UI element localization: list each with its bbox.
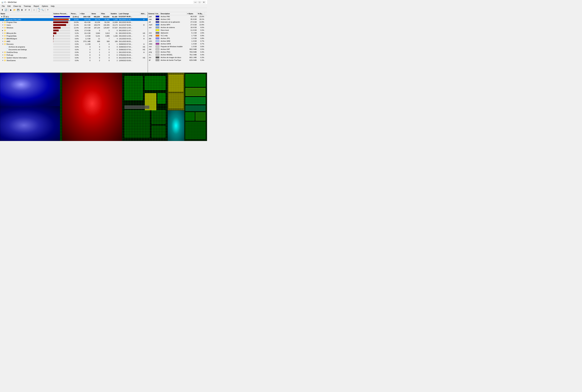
ext-desc-0: Archivo PAK <box>160 16 187 18</box>
dir-row-9[interactable]: ▼ 📁 Recovery 0.0% 1.1 KB 1 0 1 25/08/202… <box>0 43 148 46</box>
col-items[interactable]: Items <box>91 12 100 15</box>
col-attri[interactable]: Attri... <box>140 12 148 15</box>
toolbar-zoom-out[interactable]: 🔍- <box>41 8 44 12</box>
toolbar-btn-1[interactable]: ⬆ <box>0 8 4 12</box>
close-button[interactable]: ✕ <box>202 1 206 4</box>
menu-treemap[interactable]: Treemap <box>22 5 32 8</box>
toolbar-zoom-in[interactable]: 🔍+ <box>37 8 41 12</box>
ext-row-2[interactable]: .dll Extensión de la aplicación 27.6 GB … <box>148 20 207 23</box>
ext-row-1[interactable]: .cas Archivo CAS 35.9 GB 18.1% <box>148 18 207 20</box>
toolbar-btn-8[interactable]: ✕ <box>27 8 31 12</box>
dir-row-11[interactable]: 📄 Documents and Settings 0.0% 0 0 0 0 25… <box>0 48 148 51</box>
toolbar-btn-6[interactable]: 🗑 <box>20 8 23 12</box>
ext-row-3[interactable]: .mp4 Archivo MP4 27.6 GB 13.9% <box>148 23 207 26</box>
ext-row-7[interactable]: .m4p VLC.m4p 1.7 GB 0.9% <box>148 34 207 37</box>
expand-icon-6[interactable]: ▼ <box>2 35 4 37</box>
menu-edit[interactable]: Edit <box>6 5 12 8</box>
menu-file[interactable]: File <box>0 5 6 8</box>
expand-icon-13[interactable]: ▼ <box>2 54 4 56</box>
ext-bytes-12: 992.0 MB <box>187 48 197 50</box>
dir-row-5[interactable]: ▼ 📁 $Recycle.Bin 5.2% 10.4 GB 3,664 3,61… <box>0 32 148 34</box>
expand-icon-8[interactable]: ▼ <box>2 40 4 42</box>
col-lastchange[interactable]: Last Change <box>118 12 140 15</box>
ext-row-8[interactable]: .jpg Archivo JPG 1.5 GB 0.8% <box>148 37 207 40</box>
ext-row-11[interactable]: .msi Paquete de Windows Installer 1.3 GB… <box>148 45 207 48</box>
expand-icon-5[interactable]: ▼ <box>2 32 4 34</box>
minimize-button[interactable]: — <box>193 1 197 4</box>
expand-icon-9[interactable]: ▼ <box>2 43 4 45</box>
ext-rows: .pak Archivo PAK 46.8 GB 23.6% .cas Arch… <box>148 15 207 70</box>
toolbar-help[interactable]: ? <box>46 8 49 12</box>
dir-pct-6: 1.0% <box>70 35 79 37</box>
ext-pct-8: 0.8% <box>197 38 205 39</box>
dir-subtree-0 <box>53 19 70 20</box>
treemap-area <box>0 73 207 141</box>
expand-icon-2[interactable]: ▼ <box>2 24 4 26</box>
dir-row-8[interactable]: ▼ 📁 AMD 0.2% 373.1 MB 689 500 189 25/11/… <box>0 40 148 43</box>
toolbar-btn-5[interactable]: 💾 <box>16 8 20 12</box>
expand-icon-14[interactable]: ▼ <box>2 57 4 58</box>
toolbar-btn-9[interactable]: □ <box>32 8 36 12</box>
ext-row-12[interactable]: .dat Archivo DAT 992.0 MB 0.5% <box>148 48 207 51</box>
ext-color-9 <box>155 40 160 42</box>
dir-row-3[interactable]: ▼ 📁 Windows 12.4% 24.6 GB 187,234 129,69… <box>0 26 148 29</box>
maximize-button[interactable]: □ <box>198 1 202 4</box>
dir-subdirs-2: 19,173 <box>110 24 118 26</box>
dir-row-12[interactable]: ▼ 📁 OneDriveTemp 0.0% 0 1 0 1 28/12/2023… <box>0 51 148 54</box>
menu-help[interactable]: Help <box>49 5 56 8</box>
dir-row-4[interactable]: ▶ 📁 9.0% 17.9 GB 5 5 0 28/12/2023 11:47:… <box>0 29 148 32</box>
toolbar-btn-2[interactable]: 🔄 <box>4 8 7 12</box>
col-perce[interactable]: Perce... <box>70 12 79 15</box>
dir-row-7[interactable]: ▼ 📁 $WinREAgent 0.6% 1.2 GB 11 7 4 13/12… <box>0 37 148 40</box>
dir-attri-0: R <box>140 19 148 20</box>
ext-row-10[interactable]: .data Archivo DATA 1.3 GB 0.7% <box>148 42 207 45</box>
ext-col-desc[interactable]: Description <box>160 12 187 15</box>
expand-icon-3[interactable]: ▼ <box>2 27 4 28</box>
ext-name-0: .pak <box>148 16 155 18</box>
ext-row-14[interactable]: .m... Archivo MODEL 761.5 MB 0.4% <box>148 53 207 56</box>
col-subtree[interactable]: Subtree Percent... <box>53 12 70 15</box>
ext-row-6[interactable]: .exe Aplicación 5.1 GB 2.6% <box>148 32 207 34</box>
col-files[interactable]: Files <box>100 12 110 15</box>
ext-row-13[interactable]: .png Archivo PNG 784.8 MB 0.4% <box>148 51 207 53</box>
expand-icon-4[interactable]: ▶ <box>2 30 4 31</box>
expand-icon-15[interactable]: ▼ <box>2 60 4 61</box>
expand-icon-7[interactable]: ▼ <box>2 38 4 40</box>
ext-col-ext[interactable]: Extensi... <box>148 12 155 15</box>
expand-icon-0[interactable]: ▼ <box>2 19 4 20</box>
toolbar-btn-4[interactable]: 📂 <box>13 8 16 12</box>
dir-pct-9: 0.0% <box>70 43 79 45</box>
dir-row-1[interactable]: ▼ 📁 Program Files 24.9% 49.4 GB 62,239 5… <box>0 21 148 24</box>
ext-col-bytes[interactable]: > Bytes <box>187 12 197 15</box>
ext-row-0[interactable]: .pak Archivo PAK 46.8 GB 23.6% <box>148 15 207 18</box>
dir-row-14[interactable]: ▼ 📁 System Volume Information 0.0% 0 0 0… <box>0 56 148 59</box>
root-row[interactable]: ▼ 💾 (C:) [1:04 s] 198.4 GB 455,254 363,8… <box>0 15 148 18</box>
ext-col-color[interactable]: Col... <box>155 12 160 15</box>
toolbar-btn-3[interactable]: ▶ <box>9 8 12 12</box>
ext-row-15[interactable]: .iso Archivo de imagen de disco 663.1 MB… <box>148 56 207 59</box>
col-size[interactable]: > Size <box>79 12 91 15</box>
dir-rows: ▼ 📁 Program Files (x86) 25.5% 50.6 GB 26… <box>0 18 148 72</box>
col-subdirs[interactable]: Subdirs <box>110 12 118 15</box>
menu-options[interactable]: Options <box>41 5 49 8</box>
dir-row-10[interactable]: 📄 Archivos de programa 0.0% 0 0 0 0 25/0… <box>0 46 148 48</box>
expand-icon-1[interactable]: ▼ <box>2 22 4 23</box>
col-name[interactable]: Name <box>0 12 53 15</box>
ext-row-4[interactable]: .sys Archivo de sistema 18.9 GB 9.5% <box>148 26 207 29</box>
toolbar-btn-7[interactable]: ↺ <box>24 8 27 12</box>
dir-row-6[interactable]: ▼ 📁 ProgramData 1.0% 1.9 GB 5,141 3,985 … <box>0 34 148 37</box>
dir-row-13[interactable]: ▼ 📁 PerfLogs 0.0% 0 0 0 0 07/05/2022 05:… <box>0 54 148 56</box>
dir-row-0[interactable]: ▼ 📁 Program Files (x86) 25.5% 50.6 GB 26… <box>0 18 148 21</box>
ext-row-9[interactable]: .wim Archivo WIM 1.4 GB 0.7% <box>148 40 207 42</box>
ext-row-5[interactable]: . Disco local 11.0 GB 5.5% <box>148 29 207 32</box>
ext-row-16[interactable]: .ttf Archivo de fuente TrueType 629.8 MB… <box>148 59 207 62</box>
menu-report[interactable]: Report <box>32 5 40 8</box>
dir-row-2[interactable]: ▼ 📁 Users 21.3% 42.2 GB 169,478 150,305 … <box>0 24 148 26</box>
ext-col-pct[interactable]: % By... <box>197 12 205 15</box>
root-size: 198.4 GB <box>79 16 91 18</box>
menu-cleanup[interactable]: Clean Up <box>12 5 22 8</box>
color-box-14 <box>156 54 159 56</box>
dir-row-15[interactable]: ▼ 📁 XboxGames 0.0% 0 2 0 2 12/09/2023 03… <box>0 59 148 62</box>
dir-files-2: 150,305 <box>101 24 110 26</box>
expand-icon-12[interactable]: ▼ <box>2 52 4 53</box>
